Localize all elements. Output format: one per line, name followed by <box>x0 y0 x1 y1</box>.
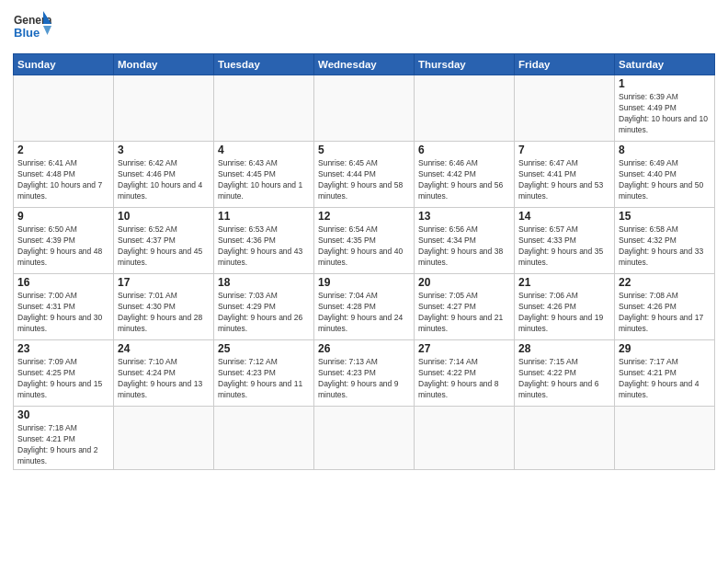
day-info: Sunrise: 7:00 AM Sunset: 4:31 PM Dayligh… <box>17 291 109 335</box>
day-number: 14 <box>518 210 610 223</box>
day-number: 26 <box>318 342 410 355</box>
day-number: 16 <box>17 276 109 289</box>
calendar-cell: 21Sunrise: 7:06 AM Sunset: 4:26 PM Dayli… <box>515 274 615 340</box>
calendar-week-2: 9Sunrise: 6:50 AM Sunset: 4:39 PM Daylig… <box>14 208 715 274</box>
day-info: Sunrise: 7:18 AM Sunset: 4:21 PM Dayligh… <box>17 423 109 467</box>
calendar-cell: 30Sunrise: 7:18 AM Sunset: 4:21 PM Dayli… <box>14 407 114 470</box>
day-info: Sunrise: 7:13 AM Sunset: 4:23 PM Dayligh… <box>318 357 410 401</box>
day-info: Sunrise: 6:57 AM Sunset: 4:33 PM Dayligh… <box>518 224 610 269</box>
day-info: Sunrise: 6:43 AM Sunset: 4:45 PM Dayligh… <box>218 158 310 202</box>
day-number: 22 <box>619 276 711 289</box>
calendar-cell: 26Sunrise: 7:13 AM Sunset: 4:23 PM Dayli… <box>314 340 415 407</box>
day-number: 27 <box>418 342 510 355</box>
calendar-cell: 9Sunrise: 6:50 AM Sunset: 4:39 PM Daylig… <box>14 208 114 274</box>
day-number: 28 <box>518 342 610 355</box>
calendar-header-row: SundayMondayTuesdayWednesdayThursdayFrid… <box>14 54 715 75</box>
day-header-sunday: Sunday <box>14 54 114 75</box>
day-info: Sunrise: 7:08 AM Sunset: 4:26 PM Dayligh… <box>619 291 711 335</box>
day-info: Sunrise: 6:46 AM Sunset: 4:42 PM Dayligh… <box>418 158 510 202</box>
day-info: Sunrise: 6:53 AM Sunset: 4:36 PM Dayligh… <box>218 224 310 269</box>
day-number: 1 <box>619 77 711 90</box>
day-info: Sunrise: 7:17 AM Sunset: 4:21 PM Dayligh… <box>619 357 711 401</box>
day-info: Sunrise: 7:12 AM Sunset: 4:23 PM Dayligh… <box>218 357 310 401</box>
day-header-wednesday: Wednesday <box>314 54 415 75</box>
day-info: Sunrise: 6:39 AM Sunset: 4:49 PM Dayligh… <box>619 92 711 136</box>
day-number: 21 <box>518 276 610 289</box>
calendar-cell <box>515 75 615 142</box>
calendar-week-3: 16Sunrise: 7:00 AM Sunset: 4:31 PM Dayli… <box>14 274 715 340</box>
day-number: 8 <box>619 144 711 156</box>
calendar-cell <box>415 75 515 142</box>
svg-marker-3 <box>43 26 51 35</box>
calendar-cell: 17Sunrise: 7:01 AM Sunset: 4:30 PM Dayli… <box>114 274 214 340</box>
day-number: 23 <box>17 342 109 355</box>
day-info: Sunrise: 7:04 AM Sunset: 4:28 PM Dayligh… <box>318 291 410 335</box>
calendar-cell <box>515 407 615 470</box>
calendar-cell <box>314 75 415 142</box>
day-header-tuesday: Tuesday <box>214 54 314 75</box>
day-info: Sunrise: 7:06 AM Sunset: 4:26 PM Dayligh… <box>518 291 610 335</box>
page: General Blue SundayMondayTuesdayWednesda… <box>0 0 728 479</box>
calendar-cell <box>14 75 114 142</box>
svg-text:Blue: Blue <box>14 26 40 40</box>
calendar-cell: 22Sunrise: 7:08 AM Sunset: 4:26 PM Dayli… <box>615 274 715 340</box>
calendar-cell: 19Sunrise: 7:04 AM Sunset: 4:28 PM Dayli… <box>314 274 415 340</box>
generalblue-logo-icon: General Blue <box>13 9 51 48</box>
day-number: 9 <box>17 210 109 223</box>
day-info: Sunrise: 7:14 AM Sunset: 4:22 PM Dayligh… <box>418 357 510 401</box>
calendar-table: SundayMondayTuesdayWednesdayThursdayFrid… <box>13 53 715 470</box>
day-info: Sunrise: 6:50 AM Sunset: 4:39 PM Dayligh… <box>17 224 109 269</box>
calendar-week-5: 30Sunrise: 7:18 AM Sunset: 4:21 PM Dayli… <box>14 407 715 470</box>
day-info: Sunrise: 6:58 AM Sunset: 4:32 PM Dayligh… <box>619 224 711 269</box>
day-info: Sunrise: 6:45 AM Sunset: 4:44 PM Dayligh… <box>318 158 410 202</box>
calendar-cell <box>214 407 314 470</box>
calendar-cell: 14Sunrise: 6:57 AM Sunset: 4:33 PM Dayli… <box>515 208 615 274</box>
day-number: 24 <box>118 342 210 355</box>
calendar-cell: 13Sunrise: 6:56 AM Sunset: 4:34 PM Dayli… <box>415 208 515 274</box>
calendar-cell: 23Sunrise: 7:09 AM Sunset: 4:25 PM Dayli… <box>14 340 114 407</box>
day-info: Sunrise: 6:56 AM Sunset: 4:34 PM Dayligh… <box>418 224 510 269</box>
calendar-cell <box>114 407 214 470</box>
calendar-cell: 2Sunrise: 6:41 AM Sunset: 4:48 PM Daylig… <box>14 142 114 208</box>
day-number: 6 <box>418 144 510 156</box>
calendar-cell <box>214 75 314 142</box>
calendar-cell: 20Sunrise: 7:05 AM Sunset: 4:27 PM Dayli… <box>415 274 515 340</box>
day-number: 19 <box>318 276 410 289</box>
calendar-week-4: 23Sunrise: 7:09 AM Sunset: 4:25 PM Dayli… <box>14 340 715 407</box>
day-number: 29 <box>619 342 711 355</box>
calendar-cell: 5Sunrise: 6:45 AM Sunset: 4:44 PM Daylig… <box>314 142 415 208</box>
calendar-cell: 12Sunrise: 6:54 AM Sunset: 4:35 PM Dayli… <box>314 208 415 274</box>
calendar-cell: 15Sunrise: 6:58 AM Sunset: 4:32 PM Dayli… <box>615 208 715 274</box>
day-info: Sunrise: 6:52 AM Sunset: 4:37 PM Dayligh… <box>118 224 210 269</box>
day-number: 13 <box>418 210 510 223</box>
calendar-cell: 28Sunrise: 7:15 AM Sunset: 4:22 PM Dayli… <box>515 340 615 407</box>
calendar-cell: 18Sunrise: 7:03 AM Sunset: 4:29 PM Dayli… <box>214 274 314 340</box>
day-number: 3 <box>118 144 210 156</box>
day-info: Sunrise: 6:54 AM Sunset: 4:35 PM Dayligh… <box>318 224 410 269</box>
calendar-cell: 11Sunrise: 6:53 AM Sunset: 4:36 PM Dayli… <box>214 208 314 274</box>
day-info: Sunrise: 7:09 AM Sunset: 4:25 PM Dayligh… <box>17 357 109 401</box>
calendar-cell: 7Sunrise: 6:47 AM Sunset: 4:41 PM Daylig… <box>515 142 615 208</box>
day-header-monday: Monday <box>114 54 214 75</box>
day-info: Sunrise: 6:49 AM Sunset: 4:40 PM Dayligh… <box>619 158 711 202</box>
day-number: 20 <box>418 276 510 289</box>
header: General Blue <box>13 9 715 48</box>
day-header-friday: Friday <box>515 54 615 75</box>
day-info: Sunrise: 7:03 AM Sunset: 4:29 PM Dayligh… <box>218 291 310 335</box>
day-info: Sunrise: 6:42 AM Sunset: 4:46 PM Dayligh… <box>118 158 210 202</box>
day-number: 11 <box>218 210 310 223</box>
calendar-cell: 8Sunrise: 6:49 AM Sunset: 4:40 PM Daylig… <box>615 142 715 208</box>
calendar-cell: 1Sunrise: 6:39 AM Sunset: 4:49 PM Daylig… <box>615 75 715 142</box>
calendar-cell: 4Sunrise: 6:43 AM Sunset: 4:45 PM Daylig… <box>214 142 314 208</box>
day-info: Sunrise: 6:47 AM Sunset: 4:41 PM Dayligh… <box>518 158 610 202</box>
logo: General Blue <box>13 9 51 48</box>
calendar-cell <box>615 407 715 470</box>
day-header-saturday: Saturday <box>615 54 715 75</box>
day-number: 4 <box>218 144 310 156</box>
day-number: 5 <box>318 144 410 156</box>
day-header-thursday: Thursday <box>415 54 515 75</box>
day-number: 12 <box>318 210 410 223</box>
day-number: 17 <box>118 276 210 289</box>
calendar-cell <box>114 75 214 142</box>
day-number: 30 <box>17 408 109 421</box>
